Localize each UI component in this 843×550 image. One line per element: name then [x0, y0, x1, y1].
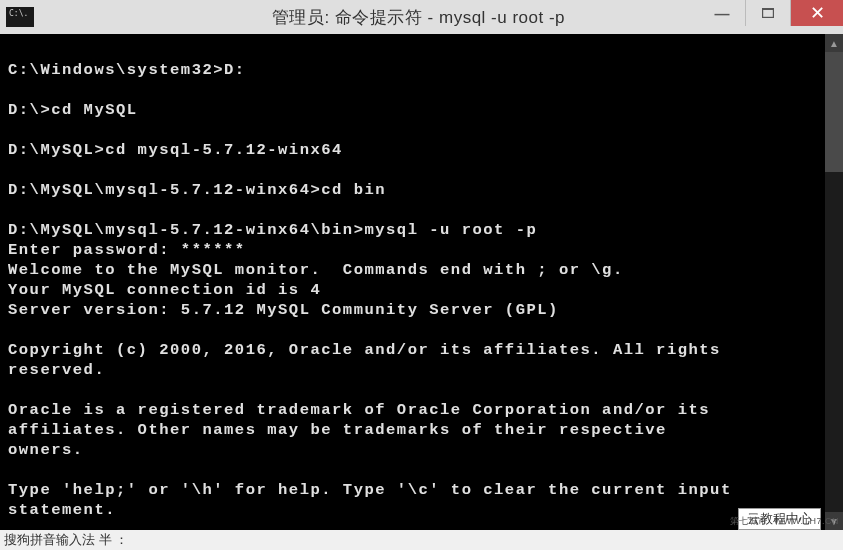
ime-status: 搜狗拼音输入法 半 ： [4, 531, 843, 549]
titlebar: C:\. 管理员: 命令提示符 - mysql -u root -p — ✕ [0, 0, 843, 34]
watermark-right: 第七城市 WWW.TH7.CN [730, 515, 839, 528]
scroll-thumb[interactable] [825, 52, 843, 172]
scrollbar[interactable]: ▲ ▼ [825, 34, 843, 530]
close-button[interactable]: ✕ [791, 0, 843, 26]
terminal-area: C:\Windows\system32>D: D:\>cd MySQL D:\M… [0, 34, 843, 530]
maximize-button[interactable] [745, 0, 791, 26]
terminal-text: C:\Windows\system32>D: D:\>cd MySQL D:\M… [8, 61, 743, 550]
terminal-output[interactable]: C:\Windows\system32>D: D:\>cd MySQL D:\M… [0, 34, 825, 530]
statusbar: 搜狗拼音输入法 半 ： [0, 530, 843, 550]
window-controls: — ✕ [699, 0, 843, 34]
app-icon: C:\. [6, 7, 34, 27]
minimize-button[interactable]: — [699, 0, 745, 26]
scroll-up-arrow[interactable]: ▲ [825, 34, 843, 52]
